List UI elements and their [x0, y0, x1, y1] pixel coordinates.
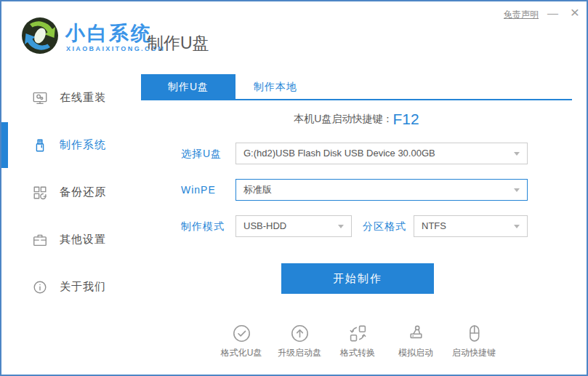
tool-format-usb[interactable]: 格式化U盘 [212, 324, 270, 359]
tool-label: 格式转换 [340, 347, 375, 359]
chevron-down-icon [514, 188, 520, 192]
disclaimer-link[interactable]: 免责声明 [504, 9, 539, 21]
page-title: 制作U盘 [147, 32, 209, 55]
chevron-down-icon [514, 152, 520, 156]
boot-hotkey-row: 本机U盘启动快捷键：F12 [141, 111, 572, 128]
partition-select-value: NTFS [422, 216, 446, 236]
start-make-button[interactable]: 开始制作 [281, 263, 434, 294]
usb-select-label: 选择U盘 [181, 143, 222, 164]
tab-underline [141, 99, 572, 100]
tool-label: 格式化U盘 [221, 347, 262, 359]
app-logo-icon [20, 16, 60, 55]
mouse-icon [464, 324, 484, 343]
usb-select-dropdown[interactable]: G:(hd2)USB Flash Disk USB Device 30.00GB [235, 143, 528, 164]
mode-select-label: 制作模式 [181, 215, 225, 237]
close-button[interactable]: × [571, 4, 579, 21]
sidebar-item-about-us[interactable]: 关于我们 [1, 263, 140, 311]
winpe-select-dropdown[interactable]: 标准版 [235, 179, 528, 201]
sidebar-item-label: 其他设置 [60, 233, 106, 247]
stamp-icon [406, 324, 426, 343]
boot-hotkey-label: 本机U盘启动快捷键： [294, 113, 392, 124]
partition-select-label: 分区格式 [363, 215, 406, 237]
sidebar-item-label: 备份还原 [60, 185, 106, 199]
sidebar-item-backup-restore[interactable]: 备份还原 [1, 169, 140, 216]
usb-drive-icon [32, 137, 48, 153]
sidebar-item-other-settings[interactable]: 其他设置 [1, 216, 140, 263]
sidebar-item-label: 在线重装 [60, 91, 106, 105]
chevron-down-icon [514, 225, 520, 228]
tab-make-usb[interactable]: 制作U盘 [141, 74, 235, 99]
tool-label: 升级启动盘 [278, 347, 321, 359]
tool-label: 模拟启动 [398, 347, 433, 359]
app-window: 小白系统 XIAOBAIXITONG.COM 制作U盘 免责声明 — × 在线重… [0, 0, 588, 376]
winpe-select-value: 标准版 [243, 180, 272, 200]
boot-hotkey-value: F12 [392, 111, 419, 127]
chevron-down-icon [338, 225, 344, 228]
tool-simulate-boot[interactable]: 模拟启动 [387, 324, 445, 359]
tool-label: 启动快捷键 [452, 347, 496, 359]
sidebar-item-online-reinstall[interactable]: 在线重装 [1, 74, 140, 121]
tool-format-convert[interactable]: 格式转换 [329, 324, 387, 359]
winpe-select-label: WinPE [181, 179, 216, 201]
partition-select-dropdown[interactable]: NTFS [414, 215, 528, 237]
info-icon [32, 279, 48, 295]
briefcase-icon [32, 232, 48, 248]
mode-select-value: USB-HDD [243, 216, 286, 236]
check-circle-icon [232, 324, 251, 343]
tool-boot-hotkey[interactable]: 启动快捷键 [445, 324, 503, 359]
minimize-button[interactable]: — [547, 6, 558, 20]
usb-select-value: G:(hd2)USB Flash Disk USB Device 30.00GB [243, 143, 435, 164]
bottom-toolbar: 格式化U盘 升级启动盘 [212, 324, 503, 359]
sidebar-item-make-system[interactable]: 制作系统 [1, 121, 140, 169]
sidebar: 在线重装 制作系统 [1, 74, 140, 311]
brand-name: 小白系统 [65, 20, 153, 47]
backup-restore-icon [32, 185, 48, 201]
arrow-up-circle-icon [290, 324, 310, 343]
mode-select-dropdown[interactable]: USB-HDD [235, 215, 352, 237]
monitor-icon [32, 90, 48, 106]
sidebar-item-label: 制作系统 [60, 138, 106, 152]
tab-make-local[interactable]: 制作本地 [232, 74, 319, 99]
convert-icon [348, 324, 368, 343]
sidebar-item-label: 关于我们 [60, 280, 106, 294]
tool-upgrade-boot-disk[interactable]: 升级启动盘 [270, 324, 329, 359]
